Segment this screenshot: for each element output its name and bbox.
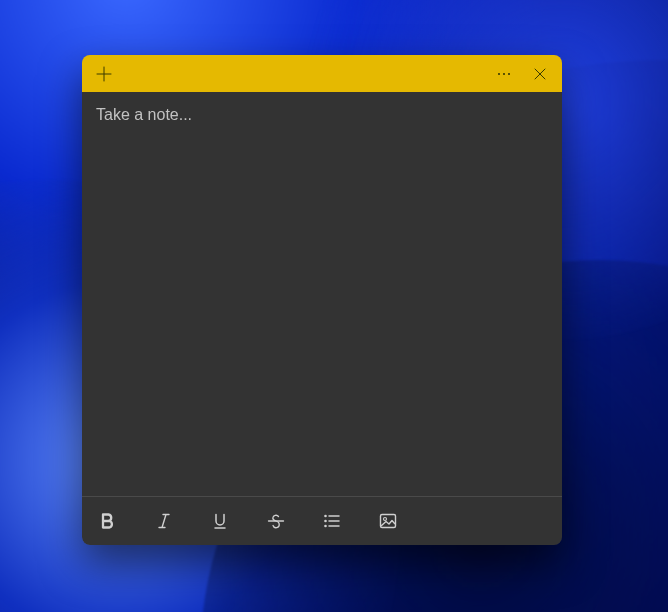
- close-icon: [532, 66, 548, 82]
- bullet-list-button[interactable]: [316, 505, 348, 537]
- svg-point-4: [324, 520, 327, 523]
- ellipsis-icon: [495, 65, 513, 83]
- note-editor[interactable]: Take a note...: [82, 92, 562, 496]
- svg-point-7: [384, 518, 387, 521]
- svg-point-2: [508, 72, 510, 74]
- sticky-note-window: Take a note...: [82, 55, 562, 545]
- plus-icon: [95, 65, 113, 83]
- editor-placeholder: Take a note...: [96, 106, 192, 123]
- svg-point-3: [324, 515, 327, 518]
- svg-point-0: [498, 72, 500, 74]
- svg-point-1: [503, 72, 505, 74]
- underline-button[interactable]: [204, 505, 236, 537]
- underline-icon: [211, 512, 229, 530]
- list-icon: [322, 512, 342, 530]
- svg-point-5: [324, 525, 327, 528]
- new-note-button[interactable]: [88, 58, 120, 90]
- add-image-button[interactable]: [372, 505, 404, 537]
- strikethrough-icon: [266, 512, 286, 530]
- close-button[interactable]: [524, 58, 556, 90]
- bold-icon: [99, 512, 117, 530]
- menu-button[interactable]: [488, 58, 520, 90]
- note-titlebar[interactable]: [82, 55, 562, 92]
- bold-button[interactable]: [92, 505, 124, 537]
- format-toolbar: [82, 496, 562, 545]
- italic-button[interactable]: [148, 505, 180, 537]
- italic-icon: [155, 512, 173, 530]
- image-icon: [378, 512, 398, 530]
- strikethrough-button[interactable]: [260, 505, 292, 537]
